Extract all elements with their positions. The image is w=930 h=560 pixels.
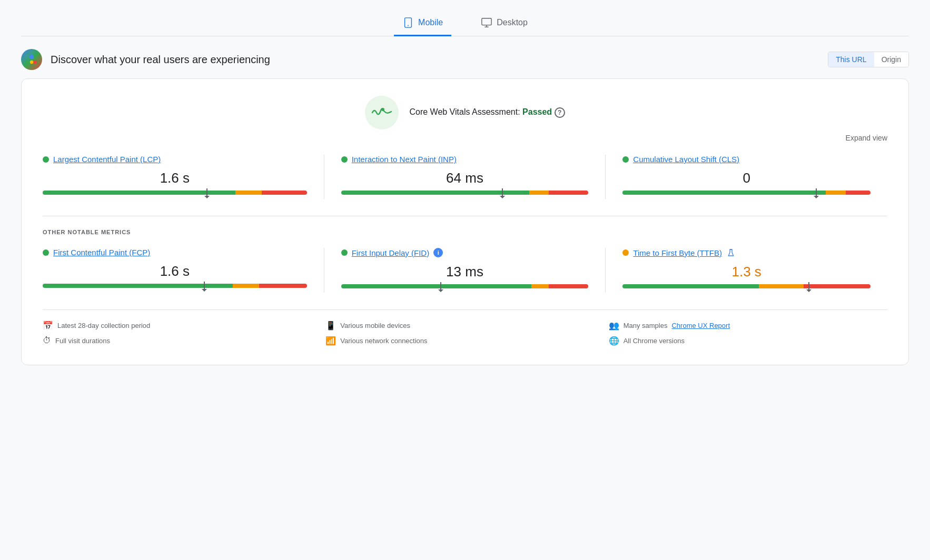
other-metrics-grid: First Contentful Paint (FCP) 1.6 s First (43, 248, 887, 293)
footer-mobile-devices: 📱 Various mobile devices (325, 321, 604, 331)
footer-visit-text: Full visit durations (55, 337, 110, 345)
metric-lcp-label: Largest Contentful Paint (LCP) (43, 155, 307, 164)
tab-desktop-label: Desktop (497, 18, 528, 27)
cwv-header: Core Web Vitals Assessment: Passed ? (43, 96, 887, 129)
metric-ttfb-value: 1.3 s (622, 264, 870, 280)
metric-lcp: Largest Contentful Paint (LCP) 1.6 s (43, 155, 324, 199)
main-card: Core Web Vitals Assessment: Passed ? Exp… (21, 78, 909, 365)
metric-fid: First Input Delay (FID) i 13 ms (324, 248, 606, 293)
tab-desktop[interactable]: Desktop (472, 11, 536, 36)
cwv-icon (365, 96, 399, 129)
metric-fid-name[interactable]: First Input Delay (FID) (352, 248, 430, 257)
url-origin-toggle: This URL Origin (828, 52, 909, 67)
footer-chrome-text: All Chrome versions (624, 337, 685, 345)
cwv-status: Passed (522, 107, 552, 116)
tab-bar: Mobile Desktop (21, 11, 909, 36)
calendar-icon: 📅 (43, 321, 53, 331)
header-section: Discover what your real users are experi… (21, 49, 909, 70)
footer-network: 📶 Various network connections (325, 336, 604, 346)
footer-chrome-versions: 🌐 All Chrome versions (609, 336, 887, 346)
header-avatar (21, 49, 42, 70)
metric-inp-label: Interaction to Next Paint (INP) (341, 155, 589, 164)
ttfb-lab-icon[interactable] (726, 248, 736, 257)
metric-fcp-value: 1.6 s (43, 263, 307, 279)
metric-cls: Cumulative Layout Shift (CLS) 0 (606, 155, 887, 199)
metric-inp: Interaction to Next Paint (INP) 64 ms (324, 155, 606, 199)
samples-icon: 👥 (609, 321, 619, 331)
timer-icon: ⏱ (43, 336, 51, 345)
core-metrics-grid: Largest Contentful Paint (LCP) 1.6 s Int… (43, 155, 887, 199)
metric-fcp-dot (43, 249, 49, 256)
metric-ttfb-label: Time to First Byte (TTFB) (622, 248, 870, 257)
cwv-assessment-text: Core Web Vitals Assessment: Passed ? (409, 107, 565, 118)
metric-lcp-name[interactable]: Largest Contentful Paint (LCP) (53, 155, 161, 164)
expand-view-link[interactable]: Expand view (846, 134, 887, 142)
metric-inp-value: 64 ms (341, 170, 589, 186)
footer-network-text: Various network connections (340, 337, 427, 345)
tab-mobile[interactable]: Mobile (394, 11, 451, 36)
metric-fcp-bar (43, 284, 307, 288)
svg-point-9 (381, 108, 384, 111)
chrome-ux-report-link[interactable]: Chrome UX Report (671, 322, 730, 329)
origin-button[interactable]: Origin (874, 52, 908, 67)
footer-col-1: 📅 Latest 28-day collection period ⏱ Full… (43, 321, 321, 348)
metric-inp-bar (341, 191, 589, 195)
metric-ttfb-dot (622, 249, 629, 256)
this-url-button[interactable]: This URL (828, 52, 874, 67)
mobile-icon: 📱 (325, 321, 336, 331)
metric-fid-bar (341, 284, 589, 288)
network-icon: 📶 (325, 336, 336, 346)
page-container: Mobile Desktop Discover what your real u… (0, 0, 930, 376)
chrome-icon: 🌐 (609, 336, 619, 346)
footer-col-3: 👥 Many samples Chrome UX Report 🌐 All Ch… (609, 321, 887, 348)
metric-fid-value: 13 ms (341, 264, 589, 280)
metric-ttfb: Time to First Byte (TTFB) 1.3 s (606, 248, 887, 293)
header-title: Discover what your real users are experi… (51, 54, 270, 66)
metric-ttfb-bar (622, 284, 870, 288)
header-left: Discover what your real users are experi… (21, 49, 270, 70)
svg-point-7 (33, 61, 37, 64)
metric-lcp-value: 1.6 s (43, 170, 307, 186)
svg-point-6 (26, 61, 30, 64)
metric-fcp-name[interactable]: First Contentful Paint (FCP) (53, 248, 150, 257)
metric-fcp-label: First Contentful Paint (FCP) (43, 248, 307, 257)
footer-mobile-text: Various mobile devices (340, 322, 410, 329)
footer-col-2: 📱 Various mobile devices 📶 Various netwo… (325, 321, 604, 348)
metric-cls-bar (622, 191, 870, 195)
svg-point-5 (29, 55, 34, 59)
other-metrics-label: OTHER NOTABLE METRICS (43, 229, 887, 235)
metric-cls-dot (622, 156, 629, 163)
tab-mobile-label: Mobile (418, 18, 443, 27)
metric-lcp-dot (43, 156, 49, 163)
footer-info: 📅 Latest 28-day collection period ⏱ Full… (43, 309, 887, 348)
footer-samples-text: Many samples (624, 322, 668, 329)
metric-cls-name[interactable]: Cumulative Layout Shift (CLS) (633, 155, 739, 164)
footer-visit-durations: ⏱ Full visit durations (43, 336, 321, 345)
metric-cls-label: Cumulative Layout Shift (CLS) (622, 155, 870, 164)
metric-ttfb-name[interactable]: Time to First Byte (TTFB) (633, 248, 722, 257)
metric-fid-label: First Input Delay (FID) i (341, 248, 589, 257)
metric-fcp: First Contentful Paint (FCP) 1.6 s (43, 248, 324, 293)
footer-samples: 👥 Many samples Chrome UX Report (609, 321, 887, 331)
expand-view: Expand view (43, 134, 887, 142)
fid-info-icon[interactable]: i (433, 248, 443, 257)
cwv-label: Core Web Vitals Assessment: (409, 107, 520, 116)
metric-inp-dot (341, 156, 348, 163)
cwv-help-icon[interactable]: ? (555, 107, 565, 118)
metric-inp-name[interactable]: Interaction to Next Paint (INP) (352, 155, 457, 164)
svg-rect-2 (482, 18, 491, 25)
section-divider (43, 216, 887, 216)
metric-cls-value: 0 (622, 170, 870, 186)
svg-point-8 (30, 61, 34, 64)
metric-lcp-bar (43, 191, 307, 195)
footer-collection-text: Latest 28-day collection period (57, 322, 150, 329)
footer-collection-period: 📅 Latest 28-day collection period (43, 321, 321, 331)
metric-fid-dot (341, 249, 348, 256)
